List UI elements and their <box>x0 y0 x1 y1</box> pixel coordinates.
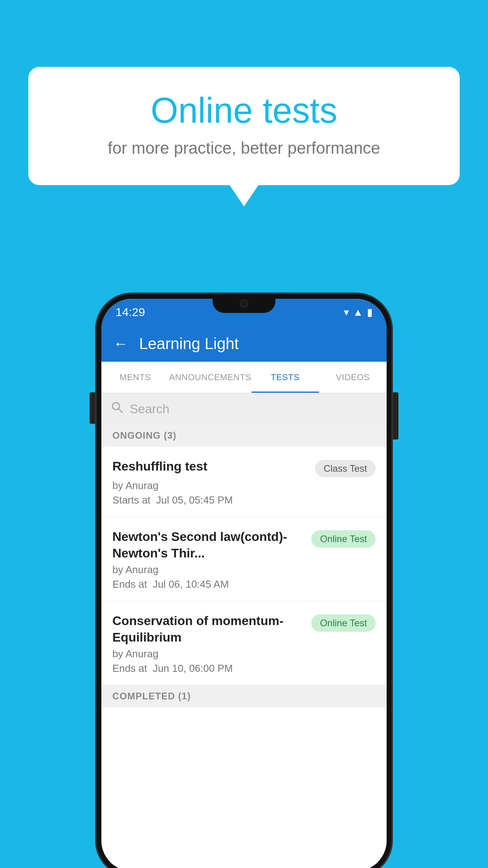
tab-bar: MENTS ANNOUNCEMENTS TESTS VIDEOS <box>101 362 387 393</box>
test-date-1: Starts at Jul 05, 05:45 PM <box>112 494 376 506</box>
phone-mockup: 14:29 ▾ ▲ ▮ ← Learning Light MENTS ANNOU… <box>97 294 391 868</box>
tab-videos[interactable]: VIDEOS <box>319 362 387 393</box>
back-button[interactable]: ← <box>113 335 128 352</box>
speech-bubble: Online tests for more practice, better p… <box>28 67 460 185</box>
test-badge-2: Online Test <box>311 530 376 548</box>
status-time: 14:29 <box>116 305 145 319</box>
test-item-3-row: Conservation of momentum-Equilibrium Onl… <box>112 613 376 645</box>
status-icons: ▾ ▲ ▮ <box>344 306 372 318</box>
speech-bubble-subtitle: for more practice, better performance <box>60 139 428 158</box>
tab-tests[interactable]: TESTS <box>251 362 319 393</box>
test-item-1-row: Reshuffling test Class Test <box>112 458 376 477</box>
test-name-3: Conservation of momentum-Equilibrium <box>112 613 305 645</box>
tab-announcements[interactable]: ANNOUNCEMENTS <box>169 362 251 393</box>
ongoing-section-header: ONGOING (3) <box>101 425 387 447</box>
test-name-2: Newton's Second law(contd)-Newton's Thir… <box>112 529 305 561</box>
phone-screen: 14:29 ▾ ▲ ▮ ← Learning Light MENTS ANNOU… <box>101 299 387 868</box>
svg-line-1 <box>119 409 122 412</box>
test-meta-1: by Anurag <box>112 480 376 492</box>
signal-icon: ▲ <box>353 306 363 318</box>
test-item-2[interactable]: Newton's Second law(contd)-Newton's Thir… <box>101 517 387 601</box>
completed-label: COMPLETED (1) <box>112 691 191 702</box>
test-date-2: Ends at Jul 06, 10:45 AM <box>112 578 376 590</box>
test-badge-3: Online Test <box>311 614 376 632</box>
speech-bubble-title: Online tests <box>60 90 428 131</box>
camera <box>240 299 248 308</box>
search-icon <box>111 401 123 417</box>
test-meta-2: by Anurag <box>112 564 376 576</box>
test-item-2-row: Newton's Second law(contd)-Newton's Thir… <box>112 529 376 561</box>
test-badge-1: Class Test <box>315 460 376 477</box>
test-date-3: Ends at Jun 10, 06:00 PM <box>112 662 376 675</box>
test-name-1: Reshuffling test <box>112 458 309 475</box>
battery-icon: ▮ <box>367 306 372 318</box>
wifi-icon: ▾ <box>344 306 349 318</box>
test-meta-3: by Anurag <box>112 648 376 660</box>
ongoing-label: ONGOING (3) <box>112 430 176 441</box>
test-list: Reshuffling test Class Test by Anurag St… <box>101 447 387 868</box>
search-bar[interactable]: Search <box>101 393 387 425</box>
test-item-1[interactable]: Reshuffling test Class Test by Anurag St… <box>101 447 387 517</box>
app-title: Learning Light <box>139 335 239 353</box>
app-bar: ← Learning Light <box>101 326 387 362</box>
search-placeholder: Search <box>130 402 169 416</box>
phone-shell: 14:29 ▾ ▲ ▮ ← Learning Light MENTS ANNOU… <box>97 294 391 868</box>
speech-bubble-container: Online tests for more practice, better p… <box>28 67 460 185</box>
completed-section-header: COMPLETED (1) <box>101 685 387 707</box>
tab-ments[interactable]: MENTS <box>101 362 169 393</box>
phone-notch <box>213 294 275 313</box>
test-item-3[interactable]: Conservation of momentum-Equilibrium Onl… <box>101 601 387 685</box>
